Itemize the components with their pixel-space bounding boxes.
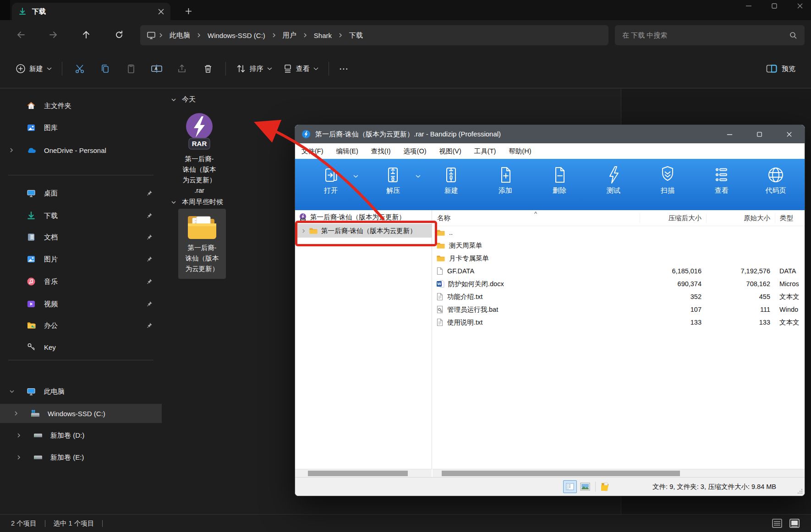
menu-help[interactable]: 帮助(H) — [509, 147, 531, 156]
scrollbar-thumb[interactable] — [308, 471, 408, 476]
close-icon[interactable] — [786, 131, 793, 138]
menu-edit[interactable]: 编辑(E) — [336, 147, 358, 156]
sidebar-item-music[interactable]: 音乐 — [3, 272, 159, 291]
list-row-file[interactable]: 使用说明.txt 133133文本文 — [433, 316, 805, 329]
new-button[interactable]: 新建 — [10, 59, 57, 78]
sidebar-item-documents[interactable]: 文档 — [3, 228, 159, 247]
sidebar-item-drive-c[interactable]: Windows-SSD (C:) — [0, 404, 162, 423]
new-archive-button[interactable]: 新建 — [424, 159, 478, 210]
test-button[interactable]: 测试 — [586, 159, 641, 210]
sidebar-item-key[interactable]: Key — [3, 337, 159, 357]
close-icon[interactable] — [796, 0, 804, 12]
bandizip-title-bar[interactable]: 第一后裔-诛仙（版本为云更新）.rar - Bandizip (Professi… — [295, 125, 805, 143]
chevron-down-icon[interactable] — [9, 389, 15, 394]
explorer-tab-downloads[interactable]: 下载 — [12, 3, 170, 20]
minimize-icon[interactable] — [726, 131, 733, 138]
sidebar-item-drive-e[interactable]: 新加卷 (E:) — [3, 448, 159, 467]
sidebar-item-pictures[interactable]: 图片 — [3, 250, 159, 269]
chevron-right-icon[interactable] — [16, 455, 21, 460]
codepage-button[interactable]: 代码页 — [749, 159, 803, 210]
file-tile-folder[interactable]: 第一后裔- 诛仙（版本 为云更新） — [178, 209, 226, 279]
sort-button[interactable]: 排序 — [230, 59, 278, 78]
up-button[interactable] — [77, 26, 95, 44]
menu-find[interactable]: 查找(I) — [371, 147, 391, 156]
sidebar-item-gallery[interactable]: 图库 — [3, 118, 159, 137]
chevron-right-icon[interactable] — [16, 433, 21, 438]
scrollbar-thumb[interactable] — [442, 471, 680, 476]
tree-horizontal-scrollbar[interactable] — [295, 469, 432, 478]
office-folder-icon — [27, 321, 36, 330]
group-header-earlier[interactable]: 本周早些时候 — [171, 198, 223, 206]
list-row-file[interactable]: GF.DATA 6,185,0167,192,576DATA — [433, 265, 805, 277]
tab-close-icon[interactable] — [158, 9, 164, 15]
group-header-today[interactable]: 今天 — [171, 95, 196, 104]
open-button[interactable]: 打开 — [300, 159, 362, 210]
cut-button[interactable] — [67, 58, 93, 79]
list-row-folder[interactable]: 月卡专属菜单 — [433, 252, 805, 265]
maximize-icon[interactable] — [771, 0, 778, 12]
list-row-file[interactable]: 管理员运行我.bat 107111Windo — [433, 303, 805, 316]
add-button[interactable]: 添加 — [478, 159, 532, 210]
chevron-right-icon[interactable] — [9, 147, 14, 153]
refresh-button[interactable] — [110, 26, 128, 44]
chevron-down-icon[interactable] — [171, 98, 176, 102]
preview-toggle-button[interactable]: 预览 — [761, 61, 801, 77]
search-input[interactable]: 在 下载 中搜索 — [615, 25, 805, 45]
chevron-right-icon[interactable] — [14, 411, 18, 416]
menu-view[interactable]: 视图(V) — [439, 147, 461, 156]
list-row-file[interactable]: W防护如何关闭.docx 690,374708,162Micros — [433, 277, 805, 290]
list-row-parent-dir[interactable]: .. — [433, 226, 805, 239]
pin-icon — [146, 212, 153, 219]
details-view-toggle-icon[interactable] — [563, 480, 577, 493]
search-icon[interactable] — [789, 31, 797, 39]
more-options-button[interactable]: ⋯ — [334, 58, 355, 79]
breadcrumb-users[interactable]: 用户 — [279, 29, 300, 42]
resize-grip[interactable] — [796, 488, 803, 494]
menu-tools[interactable]: 工具(T) — [474, 147, 496, 156]
list-row-folder[interactable]: 测天周菜单 — [433, 239, 805, 252]
large-icons-view-icon[interactable] — [789, 518, 800, 528]
sidebar-item-home[interactable]: 主文件夹 — [3, 96, 159, 115]
paste-button[interactable] — [118, 58, 144, 79]
image-view-toggle-icon[interactable] — [580, 483, 590, 491]
new-tab-button[interactable] — [181, 5, 195, 17]
column-header-packed-size[interactable]: 压缩后大小 — [640, 214, 706, 223]
share-button[interactable] — [170, 58, 195, 79]
sidebar-item-office[interactable]: 办公 — [3, 316, 159, 335]
forward-button[interactable] — [44, 26, 62, 44]
chevron-down-icon[interactable] — [171, 200, 176, 205]
scan-button[interactable]: 扫描 — [641, 159, 695, 210]
column-header-type[interactable]: 类型 — [775, 214, 805, 223]
menu-options[interactable]: 选项(O) — [404, 147, 427, 156]
view-button[interactable]: 查看 — [278, 59, 324, 78]
back-button[interactable] — [12, 26, 30, 44]
maximize-icon[interactable] — [756, 131, 763, 138]
sidebar-item-desktop[interactable]: 桌面 — [3, 184, 159, 203]
breadcrumb-downloads[interactable]: 下载 — [345, 29, 367, 42]
toolbar-separator — [62, 62, 62, 76]
chevron-down-icon[interactable] — [416, 174, 421, 178]
chevron-down-icon[interactable] — [353, 174, 358, 178]
copy-button[interactable] — [93, 58, 118, 79]
sidebar-item-videos[interactable]: 视频 — [3, 294, 159, 314]
list-horizontal-scrollbar[interactable] — [433, 469, 805, 478]
delete-button[interactable]: 删除 — [532, 159, 586, 210]
breadcrumb-this-pc[interactable]: 此电脑 — [166, 29, 194, 42]
view-list-button[interactable]: 查看 — [695, 159, 749, 210]
column-header-original-size[interactable]: 原始大小 — [706, 214, 775, 223]
menu-file[interactable]: 文件(F) — [301, 147, 323, 156]
minimize-icon[interactable] — [745, 0, 752, 12]
breadcrumb-drive-c[interactable]: Windows-SSD (C:) — [204, 30, 269, 41]
list-row-file[interactable]: 功能介绍.txt 352455文本文 — [433, 290, 805, 303]
open-folder-icon[interactable] — [600, 482, 611, 492]
sidebar-item-drive-d[interactable]: 新加卷 (D:) — [3, 426, 159, 445]
sidebar-item-downloads[interactable]: 下载 — [3, 206, 159, 225]
extract-button[interactable]: 解压 — [362, 159, 424, 210]
file-tile-rar[interactable]: RAR 第一后裔- 诛仙（版本 为云更新） .rar — [175, 112, 223, 196]
details-view-icon[interactable] — [772, 518, 783, 528]
delete-button[interactable] — [195, 58, 221, 79]
rename-button[interactable] — [144, 58, 170, 79]
sidebar-item-this-pc[interactable]: 此电脑 — [3, 382, 159, 401]
sidebar-item-onedrive[interactable]: OneDrive - Personal — [3, 141, 159, 160]
breadcrumb-shark[interactable]: Shark — [310, 30, 335, 41]
